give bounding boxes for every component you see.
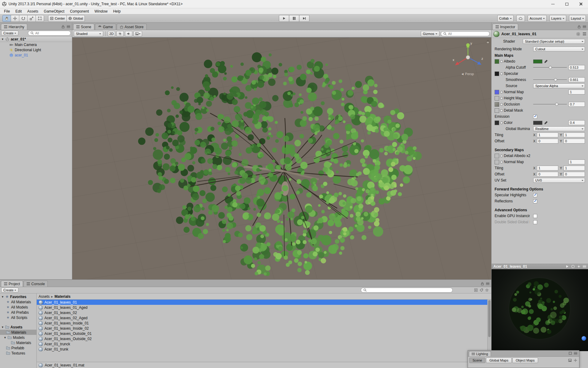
collab-button[interactable]: Collab xyxy=(497,15,514,22)
occlusion-texture-thumb[interactable] xyxy=(495,102,499,107)
occlusion-slider[interactable] xyxy=(533,102,567,106)
rotate-tool-button[interactable] xyxy=(19,15,28,22)
draw-mode-dropdown[interactable]: Shaded xyxy=(74,31,103,36)
folder-prefabb[interactable]: Prefabb xyxy=(0,345,36,351)
preview-menu-icon[interactable] xyxy=(583,265,586,269)
breadcrumb-current[interactable]: Materials xyxy=(55,294,70,299)
albedo-texture-thumb[interactable] xyxy=(495,59,499,64)
hierarchy-item-main-camera[interactable]: Main Camera xyxy=(0,42,72,47)
source-dropdown[interactable]: Specular Alpha xyxy=(533,83,585,88)
tab-scene[interactable]: Scene xyxy=(73,24,94,30)
close-button[interactable] xyxy=(574,0,588,8)
material-preview-header[interactable]: Acer_01_leaves_01 xyxy=(492,264,588,269)
uv-set-dropdown[interactable]: UV0 xyxy=(533,178,585,183)
file-row[interactable]: Acer_01_leaves_Outside_01 xyxy=(37,331,491,336)
texture-target-icon[interactable] xyxy=(500,161,503,163)
search-by-type-icon[interactable] xyxy=(474,288,478,292)
texture-target-icon[interactable] xyxy=(500,155,503,157)
scene-lighting-toggle[interactable] xyxy=(116,31,124,36)
favorite-all-prefabs[interactable]: ★ All Prefabs xyxy=(0,310,36,315)
reflections-checkbox[interactable] xyxy=(533,199,537,203)
layers-dropdown[interactable]: Layers xyxy=(549,15,566,22)
scale-tool-button[interactable] xyxy=(27,15,36,22)
foldout-arrow-icon[interactable]: ▼ xyxy=(1,38,4,41)
folder-materials[interactable]: Materials xyxy=(0,330,36,335)
layout-dropdown[interactable]: Layout xyxy=(569,15,586,22)
scene-effects-dropdown[interactable] xyxy=(134,31,142,36)
file-row[interactable]: Acer_01_leaves_02 xyxy=(37,310,491,315)
lighting-tab-global-maps[interactable]: Global Maps xyxy=(486,358,512,363)
folder-models-materials[interactable]: Materials xyxy=(0,340,36,345)
file-row[interactable]: Acer_01_leaves_01_Aged xyxy=(37,305,491,310)
file-row[interactable]: Acer_01_leaves_Inside_01 xyxy=(37,320,491,326)
tab-lighting[interactable]: Lighting xyxy=(469,351,491,356)
double-sided-gi-checkbox[interactable] xyxy=(533,220,537,224)
detail-albedo-texture-thumb[interactable] xyxy=(495,154,499,158)
tab-game[interactable]: Game xyxy=(95,24,116,30)
account-dropdown[interactable]: Account xyxy=(528,15,547,22)
occlusion-field[interactable]: 0.7 xyxy=(568,102,585,107)
favorites-header[interactable]: ▼ ★ Favorites xyxy=(0,294,36,299)
secondary-normal-scale-field[interactable]: 1 xyxy=(568,159,585,164)
gpu-instancing-checkbox[interactable] xyxy=(533,214,537,218)
specular-highlights-checkbox[interactable] xyxy=(533,193,537,197)
maximize-button[interactable] xyxy=(560,0,574,8)
hierarchy-item-directional-light[interactable]: Directional Light xyxy=(0,47,72,52)
context-menu-icon[interactable] xyxy=(583,32,586,36)
gear-icon[interactable] xyxy=(576,32,580,36)
texture-target-icon[interactable] xyxy=(500,60,503,63)
tab-hierarchy[interactable]: Hierarchy xyxy=(1,24,27,30)
texture-target-icon[interactable] xyxy=(500,72,503,75)
emission-color-swatch[interactable] xyxy=(533,121,542,125)
texture-target-icon[interactable] xyxy=(500,91,503,94)
favorite-all-materials[interactable]: ★ All Materials xyxy=(0,299,36,305)
tiling-x-field[interactable]: 1 xyxy=(537,132,558,137)
pivot-toggle-button[interactable]: Center xyxy=(48,15,67,22)
gizmos-dropdown[interactable]: Gizmos xyxy=(421,31,439,36)
shader-dropdown[interactable]: Standard (Specular setup) xyxy=(523,39,585,44)
menu-help[interactable]: Help xyxy=(110,9,123,14)
texture-target-icon[interactable] xyxy=(500,121,503,124)
file-row[interactable]: Acer_01_trunk xyxy=(37,347,491,352)
emission-texture-thumb[interactable] xyxy=(495,121,499,125)
hierarchy-create-button[interactable]: Create xyxy=(1,31,18,36)
alpha-cutoff-field[interactable]: 0.513 xyxy=(568,65,585,70)
tab-asset-store[interactable]: Asset Store xyxy=(117,24,147,30)
lighting-tab-object-maps[interactable]: Object Maps xyxy=(512,358,538,363)
eyedropper-icon[interactable] xyxy=(544,59,548,63)
secondary-normal-texture-thumb[interactable] xyxy=(495,160,499,164)
foldout-arrow-icon[interactable]: ▼ xyxy=(1,326,4,329)
folder-models[interactable]: ▼ Models xyxy=(0,335,36,340)
texture-target-icon[interactable] xyxy=(500,103,503,106)
specular-texture-thumb[interactable] xyxy=(495,71,499,76)
play-button[interactable] xyxy=(279,15,289,22)
alpha-cutoff-slider[interactable] xyxy=(533,65,567,70)
lighting-tab-scene[interactable]: Scene xyxy=(469,358,485,363)
global-illumination-dropdown[interactable]: Realtime xyxy=(533,126,585,131)
emission-intensity-field[interactable]: 0.4 xyxy=(568,120,585,125)
eyedropper-icon[interactable] xyxy=(544,121,548,125)
move-tool-button[interactable] xyxy=(11,15,19,22)
favorite-all-scripts[interactable]: ★ All Scripts xyxy=(0,315,36,320)
tiling-y-field[interactable]: 1 xyxy=(564,166,585,171)
normal-map-scale-field[interactable]: 1 xyxy=(568,90,585,94)
menu-file[interactable]: File xyxy=(1,9,13,14)
breadcrumb-root[interactable]: Assets xyxy=(39,294,50,299)
height-map-texture-thumb[interactable] xyxy=(495,96,499,101)
project-create-button[interactable]: Create xyxy=(1,288,18,293)
panel-menu-icon[interactable] xyxy=(583,25,586,29)
toggle-2d-button[interactable]: 2D xyxy=(108,31,115,36)
texture-target-icon[interactable] xyxy=(500,97,503,100)
file-row[interactable]: Acer_01_leaves_02_Aged xyxy=(37,315,491,320)
menu-edit[interactable]: Edit xyxy=(13,9,24,14)
hierarchy-search-input[interactable]: All xyxy=(28,31,71,36)
menu-window[interactable]: Window xyxy=(92,9,110,14)
search-by-label-icon[interactable] xyxy=(480,288,483,292)
offset-y-field[interactable]: 0 xyxy=(564,172,585,177)
hierarchy-item-acer-01[interactable]: acer_01 xyxy=(0,52,72,58)
rect-tool-button[interactable] xyxy=(36,15,44,22)
assets-root-row[interactable]: ▼ Assets xyxy=(0,324,36,330)
tiling-x-field[interactable]: 1 xyxy=(537,166,558,171)
panel-menu-icon[interactable] xyxy=(486,282,489,286)
emission-checkbox[interactable] xyxy=(533,115,537,119)
